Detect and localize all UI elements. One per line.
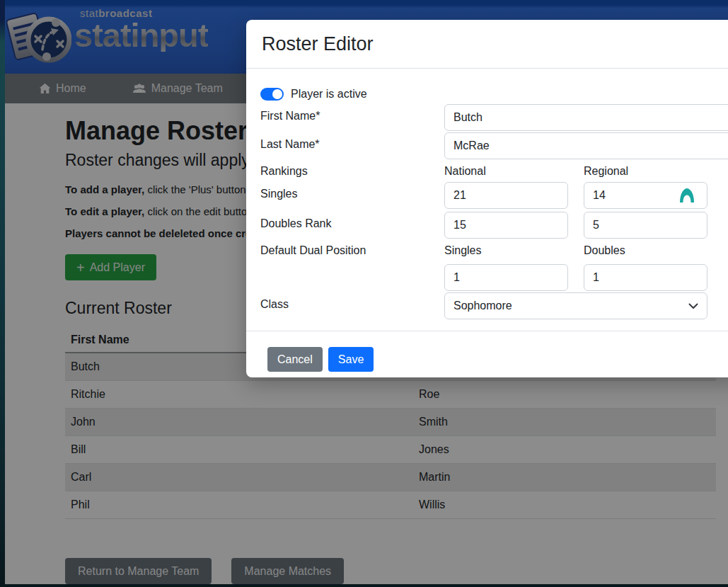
roster-editor-modal: Roster Editor Player is active First Nam… — [246, 20, 728, 377]
class-row: Class Sophomore — [260, 292, 728, 319]
dual-position-spacer — [260, 264, 444, 291]
active-toggle[interactable] — [260, 88, 284, 101]
singles-national-field[interactable] — [444, 182, 568, 209]
first-name-row: First Name* — [260, 104, 728, 131]
dual-position-header-row: Default Dual Position Singles Doubles — [260, 241, 728, 260]
cancel-button[interactable]: Cancel — [267, 347, 323, 372]
dual-singles-header: Singles — [444, 241, 568, 260]
national-header: National — [444, 162, 568, 181]
dual-singles-field[interactable] — [444, 264, 568, 291]
doubles-national-field[interactable] — [444, 212, 568, 239]
modal-title: Roster Editor — [262, 33, 374, 55]
modal-footer: Cancel Save — [246, 331, 728, 387]
toggle-knob — [272, 89, 282, 99]
regional-header: Regional — [584, 162, 707, 181]
dual-doubles-field[interactable] — [584, 264, 707, 291]
dual-position-label: Default Dual Position — [260, 241, 444, 260]
last-name-row: Last Name* — [260, 132, 728, 159]
doubles-regional-field[interactable] — [584, 212, 707, 239]
modal-body: Player is active First Name* Last Name* … — [246, 69, 728, 319]
active-toggle-row: Player is active — [260, 87, 728, 101]
doubles-rank-label: Doubles Rank — [260, 212, 444, 239]
save-button[interactable]: Save — [328, 347, 374, 372]
class-label: Class — [260, 292, 444, 319]
active-toggle-label: Player is active — [291, 88, 367, 101]
teal-chevron-up-icon — [678, 187, 696, 204]
dual-doubles-header: Doubles — [584, 241, 707, 260]
rankings-label: Rankings — [260, 162, 444, 181]
class-select-value: Sophomore — [453, 300, 512, 312]
first-name-label: First Name* — [260, 104, 444, 131]
chevron-down-icon — [688, 303, 698, 309]
rankings-header-row: Rankings National Regional — [260, 162, 728, 181]
dual-position-row — [260, 264, 728, 291]
doubles-rank-row: Doubles Rank — [260, 212, 728, 239]
singles-label: Singles — [260, 182, 444, 209]
class-select[interactable]: Sophomore — [444, 292, 707, 319]
singles-rank-row: Singles — [260, 182, 728, 209]
last-name-label: Last Name* — [260, 132, 444, 159]
first-name-field[interactable] — [444, 104, 728, 131]
modal-header: Roster Editor — [246, 20, 728, 69]
last-name-field[interactable] — [444, 132, 728, 159]
